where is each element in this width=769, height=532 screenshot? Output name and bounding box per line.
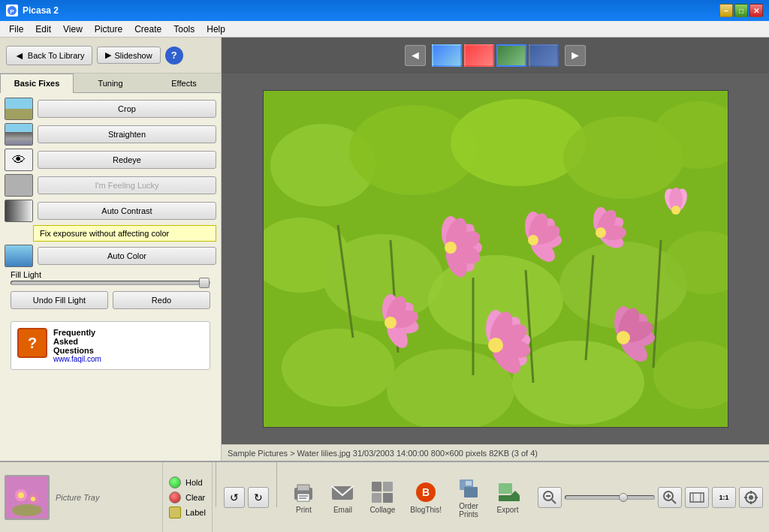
minimize-button[interactable]: – [719,4,733,17]
close-button[interactable]: ✕ [749,4,763,17]
thumbnail-strip [432,44,559,67]
auto-color-button[interactable]: Auto Color [38,247,216,265]
feeling-lucky-button[interactable]: I'm Feeling Lucky [38,176,216,194]
fill-light-label: Fill Light [11,270,216,279]
fix-area: Crop Straighten 👁 Redeye [0,93,221,461]
menu-create[interactable]: Create [128,23,167,36]
svg-rect-96 [499,495,520,501]
redo-button[interactable]: Redo [113,291,210,309]
straighten-thumbnail [5,123,33,146]
svg-point-38 [528,235,538,245]
actual-size-button[interactable]: 1:1 [712,487,736,508]
order-prints-button[interactable]: OrderPrints [451,473,487,521]
collage-button[interactable]: Collage [363,477,401,517]
print-button[interactable]: Print [285,477,321,517]
zoom-slider[interactable] [565,495,655,500]
tab-bar: Basic Fixes Tuning Effects [0,74,221,93]
strip-thumb-4[interactable] [529,44,559,67]
fullscreen-button[interactable] [739,487,763,508]
picture-tray-label: Picture Tray [56,493,99,502]
svg-point-5 [451,99,586,186]
clear-button[interactable]: Clear [185,493,205,502]
strip-thumb-2[interactable] [464,44,494,67]
menu-help[interactable]: Help [201,23,231,36]
undo-redo-row: Undo Fill Light Redo [5,288,216,312]
tray-thumbnail [5,475,50,520]
svg-point-71 [617,331,630,344]
strip-thumb-3[interactable] [496,44,526,67]
strip-thumb-1[interactable] [432,44,462,67]
label-button[interactable]: Label [185,508,206,517]
undo-icon-button[interactable]: ↺ [224,487,245,508]
top-nav: ◄ Back To Library ▶ Slideshow ? [0,38,221,74]
straighten-button[interactable]: Straighten [38,125,216,143]
zoom-out-button[interactable] [538,487,562,508]
export-button[interactable]: Export [490,477,526,517]
menu-edit[interactable]: Edit [29,23,57,36]
prev-image-button[interactable]: ◄ [405,45,426,66]
tooltip-text: Fix exposure without affecting color [40,229,169,238]
back-to-library-button[interactable]: ◄ Back To Library [6,46,92,65]
status-bar: Sample Pictures > Water lilies.jpg 31/03… [222,444,769,461]
order-prints-icon [457,476,481,500]
svg-rect-86 [383,482,393,491]
svg-point-53 [488,338,503,353]
undo-button[interactable]: Undo Fill Light [11,291,108,309]
faq-content: Frequently Asked Questions www.faqil.com [53,328,101,363]
svg-rect-94 [499,483,512,494]
email-icon [330,480,354,504]
svg-rect-83 [299,497,306,499]
email-label: Email [333,506,352,514]
menu-file[interactable]: File [3,23,29,36]
image-area [222,74,769,444]
hold-button[interactable]: Hold [185,478,203,487]
zoom-slider-handle[interactable] [619,493,628,502]
app-icon: P [6,5,18,17]
menu-view[interactable]: View [57,23,89,36]
toolbar: Print Email Collage [279,462,532,532]
fill-light-track [11,281,210,285]
feeling-lucky-thumbnail [5,174,33,197]
svg-point-44 [596,227,606,238]
crop-thumbnail [5,98,33,120]
redeye-thumbnail: 👁 [5,149,33,171]
crop-button[interactable]: Crop [38,100,216,118]
fill-light-handle[interactable] [199,278,210,288]
print-icon [291,480,315,504]
undo-redo-icons: ↺ ↻ [219,462,273,532]
menu-picture[interactable]: Picture [89,23,128,36]
auto-contrast-button[interactable]: Auto Contrast [38,202,216,220]
svg-rect-88 [383,493,393,503]
status-text: Sample Pictures > Water lilies.jpg 31/03… [228,449,538,458]
title-bar: P Picasa 2 – □ ✕ [0,0,769,21]
back-arrow-icon: ◄ [14,50,25,62]
center-area: ◄ ► [222,38,769,461]
slideshow-label: Slideshow [114,51,152,60]
redo-icon-button[interactable]: ↻ [248,487,269,508]
redeye-row: 👁 Redeye [5,149,216,171]
help-button[interactable]: ? [165,47,183,65]
main-image [263,90,728,428]
maximize-button[interactable]: □ [734,4,748,17]
crop-row: Crop [5,98,216,120]
menu-tools[interactable]: Tools [167,23,201,36]
fit-window-button[interactable] [685,487,709,508]
slideshow-icon: ▶ [105,50,111,60]
main-area: ◄ Back To Library ▶ Slideshow ? Basic Fi… [0,38,769,461]
bottom-right: 1:1 [532,462,769,532]
email-button[interactable]: Email [324,477,360,517]
clear-indicator [169,491,181,503]
export-label: Export [497,506,519,514]
svg-line-101 [672,500,676,503]
tab-tuning[interactable]: Tuning [74,74,147,92]
tab-effects[interactable]: Effects [147,74,221,92]
next-image-button[interactable]: ► [565,45,586,66]
blogthis-button[interactable]: B BlogThis! [404,477,448,517]
redeye-button[interactable]: Redeye [38,151,216,169]
tab-basic-fixes[interactable]: Basic Fixes [0,74,74,93]
image-nav: ◄ ► [222,38,769,74]
zoom-in-button[interactable] [658,487,682,508]
blogthis-icon: B [414,480,438,504]
slideshow-button[interactable]: ▶ Slideshow [97,47,160,64]
faq-widget[interactable]: ? Frequently Asked Questions www.faqil.c… [11,321,210,370]
